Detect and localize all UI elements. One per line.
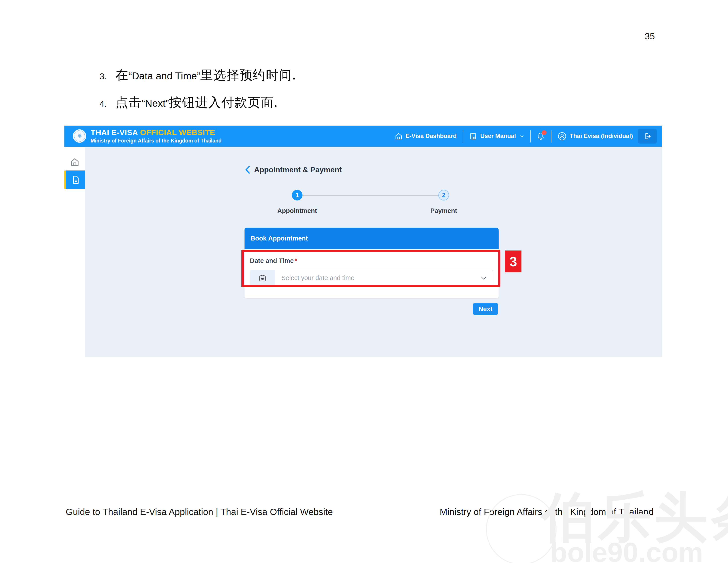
home-icon: [395, 132, 402, 140]
card-body: Date and Time*: [245, 257, 499, 286]
brand-title-accent: OFFICIAL WEBSITE: [140, 128, 215, 137]
calendar-prefix: [250, 270, 275, 286]
nav-account[interactable]: Thai Evisa (Individual): [558, 132, 633, 141]
notification-badge-dot: [542, 130, 547, 135]
page-title: Appointment & Payment: [254, 165, 342, 174]
required-asterisk: *: [295, 257, 297, 264]
document-icon: [71, 175, 80, 184]
stepper-step-2-circle: 2: [438, 190, 449, 200]
back-chevron-icon[interactable]: [245, 166, 251, 174]
logout-icon: [643, 132, 652, 140]
book-appointment-card: Book Appointment Date and Time*: [245, 227, 499, 298]
next-button[interactable]: Next: [473, 303, 498, 315]
nav-divider: [463, 130, 463, 142]
book-icon: [469, 132, 477, 140]
instruction-step-3: 3. 在“Data and Time”里选择预约时间.: [99, 67, 296, 84]
stepper-step-2-label: Payment: [415, 207, 473, 214]
date-time-input[interactable]: [275, 270, 493, 286]
brand-title: THAI E-VISA OFFICIAL WEBSITE: [91, 128, 221, 136]
date-time-select[interactable]: [250, 270, 493, 286]
document-page: 35 3. 在“Data and Time”里选择预约时间. 4. 点击“Nex…: [0, 0, 728, 563]
sidebar-item-applications[interactable]: [64, 170, 85, 189]
nav-divider: [530, 130, 531, 142]
nav-account-label: Thai Evisa (Individual): [570, 133, 633, 140]
header-nav: E-Visa Dashboard User Manual Thai Evisa …: [395, 126, 633, 147]
nav-evisa-dashboard[interactable]: E-Visa Dashboard: [395, 132, 457, 140]
stepper-connector: [302, 195, 438, 195]
instruction-step-4: 4. 点击“Next”按钮进入付款页面.: [99, 94, 296, 111]
footer-right-text: Ministry of Foreign Affairs of the Kingd…: [440, 507, 653, 517]
watermark-cjk-text: 伯乐头条: [541, 482, 728, 554]
instruction-list: 3. 在“Data and Time”里选择预约时间. 4. 点击“Next”按…: [99, 67, 296, 121]
date-time-label: Date and Time*: [250, 257, 493, 264]
instruction-zh-pre: 点击: [115, 95, 142, 110]
ministry-seal-icon: ✺: [74, 130, 85, 142]
calendar-icon: [259, 274, 267, 282]
evisa-screenshot: ✺ THAI E-VISA OFFICIAL WEBSITE Ministry …: [64, 126, 662, 358]
page-number: 35: [645, 31, 655, 42]
select-caret: [481, 270, 487, 286]
user-icon: [558, 132, 567, 141]
nav-user-manual[interactable]: User Manual: [469, 132, 524, 140]
instruction-latin: “Data and Time”: [129, 70, 200, 82]
home-icon: [70, 157, 79, 166]
notifications-button[interactable]: [537, 132, 545, 140]
sidebar: [64, 147, 85, 358]
nav-dashboard-label: E-Visa Dashboard: [406, 133, 457, 140]
instruction-number: 3.: [99, 72, 115, 81]
instruction-text: 在“Data and Time”里选择预约时间.: [115, 67, 296, 84]
main-content: Appointment & Payment 1 2 Appointment Pa…: [85, 147, 662, 358]
instruction-number: 4.: [99, 99, 115, 109]
date-time-label-text: Date and Time: [250, 257, 294, 264]
nav-user-manual-label: User Manual: [480, 133, 516, 140]
logout-button[interactable]: [638, 129, 657, 143]
instruction-text: 点击“Next”按钮进入付款页面.: [115, 94, 278, 111]
instruction-zh-pre: 在: [115, 68, 129, 82]
breadcrumb: Appointment & Payment: [245, 165, 342, 174]
brand-block: THAI E-VISA OFFICIAL WEBSITE Ministry of…: [91, 128, 221, 143]
annotation-step-badge: 3: [505, 250, 521, 272]
instruction-zh-post: 按钮进入付款页面.: [169, 95, 278, 110]
card-title: Book Appointment: [251, 235, 308, 242]
brand-subtitle: Ministry of Foreign Affairs of the Kingd…: [91, 138, 221, 143]
chevron-down-icon: [481, 276, 487, 280]
ministry-seal-logo: ✺: [73, 129, 86, 143]
nav-divider: [551, 130, 551, 142]
chevron-down-icon: [520, 135, 524, 138]
stepper-step-1-circle: 1: [292, 190, 302, 200]
sidebar-item-home[interactable]: [64, 155, 85, 169]
brand-title-main: THAI E-VISA: [91, 128, 138, 137]
instruction-latin: “Next”: [142, 98, 169, 109]
watermark-circle: [486, 494, 557, 563]
watermark: 伯乐头条 bole90.com: [486, 492, 728, 563]
watermark-domain-text: bole90.com: [550, 536, 703, 563]
instruction-zh-post: 里选择预约时间.: [200, 68, 296, 82]
footer-left-text: Guide to Thailand E-Visa Application | T…: [66, 507, 333, 517]
stepper-step-1-label: Appointment: [268, 207, 326, 214]
app-header: ✺ THAI E-VISA OFFICIAL WEBSITE Ministry …: [64, 126, 662, 147]
card-header: Book Appointment: [245, 227, 499, 249]
